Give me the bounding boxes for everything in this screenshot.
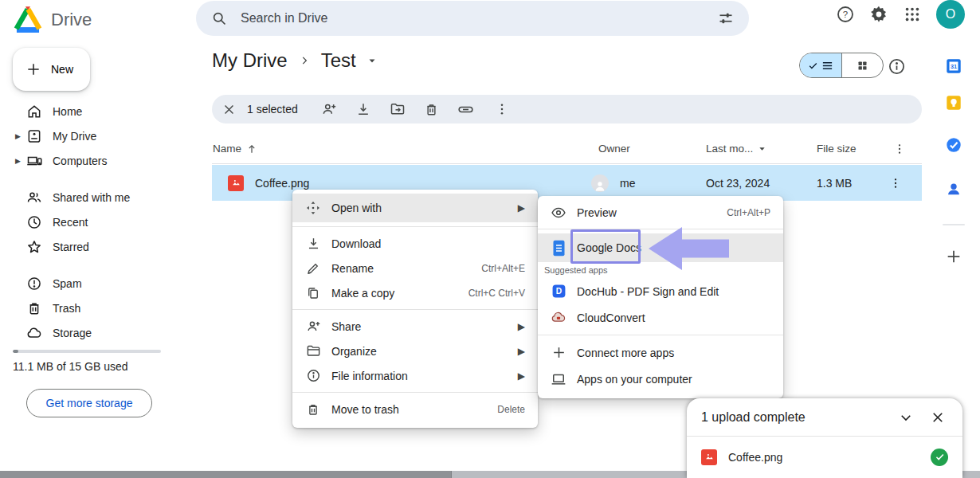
column-header-owner[interactable]: Owner <box>598 143 630 155</box>
sidebar-item-label: Recent <box>53 216 88 229</box>
context-menu: Open with ▶ Download Rename Ctrl+Alt+E M… <box>292 190 538 428</box>
expand-arrow-icon[interactable]: ▶ <box>15 157 21 165</box>
svg-text:?: ? <box>843 10 848 19</box>
apps-grid-icon[interactable] <box>902 4 923 25</box>
column-header-last-modified[interactable]: Last mo... <box>706 143 766 155</box>
more-vertical-icon[interactable] <box>893 143 906 155</box>
keep-icon[interactable] <box>945 94 962 112</box>
sidebar-item-label: Computers <box>53 155 107 167</box>
new-button[interactable]: New <box>13 48 90 91</box>
list-view-button[interactable] <box>800 53 842 77</box>
cloudconvert-icon <box>551 310 566 326</box>
sidebar-item-label: Home <box>53 105 82 118</box>
sidebar-item-starred[interactable]: Starred <box>0 234 196 259</box>
submenu-item-google-docs[interactable]: Google Docs <box>538 233 783 262</box>
folder-icon <box>305 343 321 359</box>
my-drive-icon <box>26 128 42 144</box>
sidebar-item-computers[interactable]: ▶ Computers <box>0 148 196 173</box>
caret-down-icon[interactable] <box>367 56 377 65</box>
drive-logo[interactable]: Drive <box>13 6 92 33</box>
column-header-file-size[interactable]: File size <box>817 143 857 155</box>
sidebar-item-home[interactable]: Home <box>0 99 196 123</box>
calendar-icon[interactable]: 31 <box>945 57 962 75</box>
more-vertical-icon[interactable] <box>492 99 512 120</box>
grid-view-button[interactable] <box>842 53 884 77</box>
get-more-storage-button[interactable]: Get more storage <box>26 389 152 417</box>
menu-divider <box>538 335 783 335</box>
sort-ascending-icon[interactable] <box>246 143 257 155</box>
submenu-item-dochub[interactable]: D DocHub - PDF Sign and Edit <box>538 278 783 304</box>
expand-arrow-icon[interactable]: ▶ <box>15 132 21 140</box>
plus-icon <box>551 345 566 361</box>
sidebar-item-trash[interactable]: Trash <box>0 296 196 320</box>
submenu-arrow-icon: ▶ <box>518 346 525 357</box>
row-more-vertical-icon[interactable] <box>889 165 902 201</box>
search-icon <box>209 8 229 29</box>
suggested-apps-label: Suggested apps <box>538 262 783 278</box>
app-title: Drive <box>51 10 92 30</box>
sidebar-item-storage[interactable]: Storage <box>0 320 196 345</box>
move-folder-icon[interactable] <box>387 99 408 120</box>
menu-item-rename[interactable]: Rename Ctrl+Alt+E <box>292 256 538 280</box>
submenu-item-apps-on-your-computer[interactable]: Apps on your computer <box>538 366 783 392</box>
search-bar[interactable] <box>196 1 749 36</box>
submenu-item-connect-more-apps[interactable]: Connect more apps <box>538 339 783 366</box>
sort-descending-icon <box>758 144 766 153</box>
person-add-icon <box>305 319 321 335</box>
chevron-down-icon[interactable] <box>896 407 916 428</box>
help-icon[interactable]: ? <box>835 4 856 25</box>
upload-file-row[interactable]: Coffee.png <box>687 437 962 477</box>
menu-item-file-information[interactable]: File information ▶ <box>292 363 538 388</box>
plus-icon[interactable] <box>945 248 962 265</box>
submenu-item-preview[interactable]: Preview Ctrl+Alt+P <box>538 200 783 225</box>
selected-count: 1 selected <box>247 103 298 116</box>
close-icon[interactable] <box>218 99 239 120</box>
menu-divider <box>292 226 538 227</box>
menu-item-open-with[interactable]: Open with ▶ <box>292 194 538 222</box>
contacts-icon[interactable] <box>945 180 962 198</box>
menu-item-download[interactable]: Download <box>292 231 538 256</box>
selection-toolbar: 1 selected <box>212 95 922 123</box>
sidebar-item-label: Storage <box>53 327 92 339</box>
tasks-icon[interactable] <box>945 136 962 154</box>
copy-icon <box>305 285 321 301</box>
search-options-icon[interactable] <box>715 8 736 29</box>
view-toggle <box>799 53 884 78</box>
submenu-item-cloudconvert[interactable]: CloudConvert <box>538 304 783 331</box>
breadcrumb-root[interactable]: My Drive <box>212 49 288 72</box>
menu-item-make-a-copy[interactable]: Make a copy Ctrl+C Ctrl+V <box>292 280 538 305</box>
person-add-icon[interactable] <box>319 99 339 120</box>
scrollbar-thumb[interactable] <box>0 471 452 478</box>
shared-people-icon <box>26 190 42 206</box>
trash-icon[interactable] <box>421 99 442 120</box>
upload-panel-title: 1 upload complete <box>701 410 806 425</box>
account-avatar[interactable]: O <box>936 0 965 29</box>
column-header-name[interactable]: Name <box>213 143 257 155</box>
grid-view-icon <box>857 60 868 72</box>
link-icon[interactable] <box>456 99 476 120</box>
menu-item-share[interactable]: Share ▶ <box>292 314 538 339</box>
drive-logo-icon <box>13 6 43 33</box>
upload-status-panel: 1 upload complete Coffee.png <box>687 398 962 478</box>
search-input[interactable] <box>241 11 715 25</box>
breadcrumb-current[interactable]: Test <box>321 49 356 72</box>
close-icon[interactable] <box>927 407 948 428</box>
menu-item-organize[interactable]: Organize ▶ <box>292 339 538 363</box>
storage-usage-text: 11.1 MB of 15 GB used <box>13 360 128 373</box>
image-file-icon <box>228 165 244 201</box>
sidebar-item-label: Trash <box>53 302 80 315</box>
table-header: Name Owner Last mo... File size <box>212 135 922 164</box>
sidebar-item-spam[interactable]: Spam <box>0 271 196 296</box>
dochub-icon: D <box>551 284 566 300</box>
info-icon[interactable] <box>886 56 907 76</box>
download-icon[interactable] <box>353 99 374 120</box>
star-icon <box>26 239 42 255</box>
menu-divider <box>292 392 538 393</box>
menu-item-move-to-trash[interactable]: Move to trash Delete <box>292 397 538 421</box>
sidebar-item-my-drive[interactable]: ▶ My Drive <box>0 123 196 148</box>
google-docs-icon <box>551 240 566 256</box>
settings-icon[interactable] <box>868 4 889 25</box>
sidebar-item-shared-with-me[interactable]: Shared with me <box>0 185 196 210</box>
sidebar-item-recent[interactable]: Recent <box>0 210 196 234</box>
menu-divider <box>292 309 538 310</box>
